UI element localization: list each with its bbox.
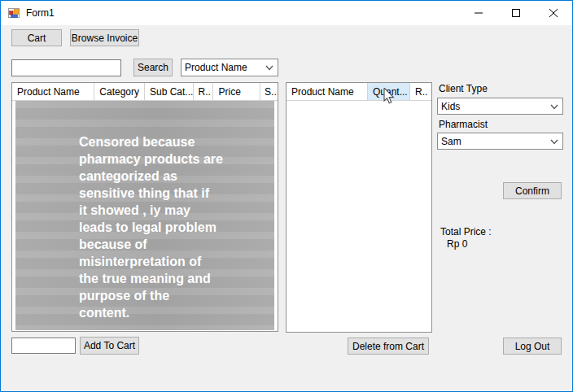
column-header-category[interactable]: Category bbox=[94, 83, 145, 100]
column-header-product-name[interactable]: Product Name bbox=[12, 83, 94, 100]
column-header-s[interactable]: S... bbox=[260, 83, 278, 100]
product-grid: Product Name Category Sub Cat... R.. Pri… bbox=[11, 82, 278, 332]
column-header-sub-category[interactable]: Sub Cat... bbox=[145, 83, 194, 100]
form1-window: { "window": { "title": "Form1" }, "toolb… bbox=[0, 0, 573, 392]
cart-column-header-r[interactable]: R.. bbox=[410, 83, 431, 100]
censor-notice-text: Censored because pharmacy products are c… bbox=[79, 133, 250, 321]
cart-grid: Product Name Quant... R.. bbox=[286, 82, 432, 333]
cart-column-header-product-name[interactable]: Product Name bbox=[286, 83, 368, 100]
pharmacist-value: Sam bbox=[441, 136, 461, 147]
client-type-dropdown[interactable]: Kids bbox=[437, 98, 563, 115]
cart-button[interactable]: Cart bbox=[11, 29, 62, 46]
client-type-label: Client Type bbox=[439, 83, 488, 94]
quantity-input[interactable] bbox=[11, 338, 76, 354]
maximize-button[interactable] bbox=[497, 1, 535, 25]
add-to-cart-button[interactable]: Add To Cart bbox=[80, 337, 139, 355]
client-type-value: Kids bbox=[441, 101, 460, 112]
pharmacist-label: Pharmacist bbox=[439, 119, 488, 130]
pharmacist-dropdown[interactable]: Sam bbox=[437, 133, 563, 150]
censored-products-area: Censored because pharmacy products are c… bbox=[15, 101, 274, 330]
search-button[interactable]: Search bbox=[133, 59, 173, 76]
search-filter-dropdown[interactable]: Product Name bbox=[181, 59, 278, 76]
total-price-label: Total Price : bbox=[440, 226, 492, 237]
minimize-button[interactable] bbox=[460, 1, 497, 25]
cart-column-header-quantity[interactable]: Quant... bbox=[368, 83, 410, 100]
window-title: Form1 bbox=[26, 7, 55, 19]
search-input[interactable] bbox=[11, 59, 121, 76]
chevron-down-icon bbox=[265, 65, 273, 71]
close-icon bbox=[549, 9, 558, 17]
browse-invoice-button[interactable]: Browse Invoice bbox=[70, 29, 139, 46]
cart-grid-header: Product Name Quant... R.. bbox=[286, 83, 431, 101]
titlebar[interactable]: Form1 bbox=[1, 1, 572, 25]
minimize-icon bbox=[475, 9, 483, 17]
chevron-down-icon bbox=[550, 104, 558, 110]
search-filter-value: Product Name bbox=[185, 62, 247, 73]
column-header-price[interactable]: Price bbox=[213, 83, 260, 100]
close-button[interactable] bbox=[535, 1, 572, 25]
delete-from-cart-button[interactable]: Delete from Cart bbox=[348, 338, 429, 355]
total-price-value: Rp 0 bbox=[447, 238, 467, 250]
chevron-down-icon bbox=[550, 139, 558, 145]
log-out-button[interactable]: Log Out bbox=[503, 338, 562, 355]
maximize-icon bbox=[512, 9, 520, 17]
column-header-r[interactable]: R.. bbox=[194, 83, 214, 100]
confirm-button[interactable]: Confirm bbox=[503, 182, 562, 199]
product-grid-header: Product Name Category Sub Cat... R.. Pri… bbox=[12, 83, 278, 101]
form-app-icon bbox=[7, 7, 20, 20]
